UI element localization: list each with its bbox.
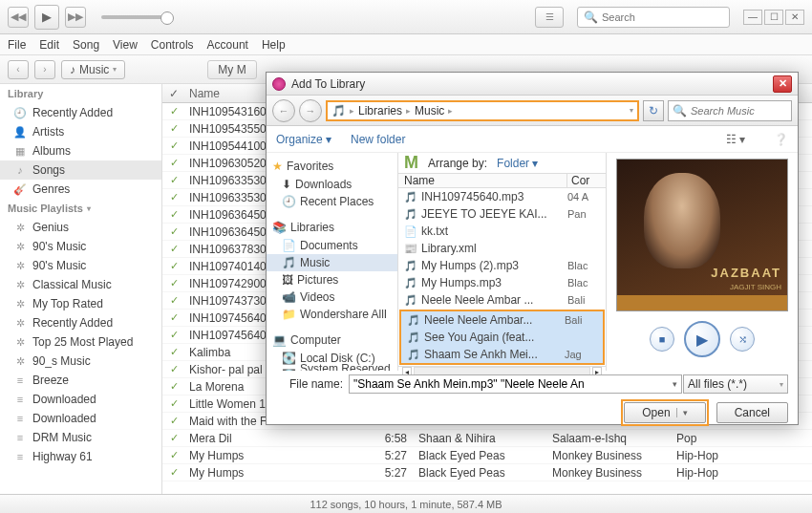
check-icon[interactable]: ✓ — [162, 329, 185, 341]
preview-stop-button[interactable]: ■ — [650, 327, 674, 352]
dialog-close-button[interactable]: ✕ — [773, 75, 792, 93]
sidebar-playlist[interactable]: ✲Classical Music — [0, 275, 161, 294]
maximize-button[interactable]: ☐ — [764, 10, 783, 25]
check-icon[interactable]: ✓ — [162, 277, 185, 289]
file-type-filter[interactable]: All files (*.*)▾ — [683, 374, 788, 394]
file-row[interactable]: 🎵Shaam Se Ankh Mei...Jag — [401, 346, 603, 363]
tree-item[interactable]: 🎵Music — [267, 254, 397, 271]
search-input[interactable] — [602, 11, 723, 23]
forward-button[interactable]: › — [34, 60, 55, 79]
tree-item[interactable]: ⬇Downloads — [267, 176, 397, 193]
sidebar-item-songs[interactable]: ♪Songs — [0, 160, 161, 180]
preview-next-button[interactable]: ⤭ — [730, 327, 755, 352]
sidebar-playlist[interactable]: ≡DRM Music — [0, 428, 161, 447]
check-icon[interactable]: ✓ — [162, 363, 185, 375]
file-row[interactable]: 🎵My Humps.mp3Blac — [398, 274, 606, 291]
tab-my-music[interactable]: My M — [207, 60, 256, 79]
tree-item[interactable]: 🖼Pictures — [267, 271, 397, 289]
menu-view[interactable]: View — [113, 38, 138, 52]
dialog-search-field[interactable]: 🔍 — [668, 100, 792, 121]
sidebar-playlist[interactable]: ≡Downloaded — [0, 409, 161, 428]
address-bar[interactable]: 🎵 ▸ Libraries ▸ Music ▸ ▾ — [326, 100, 639, 121]
sidebar-item-recently-added[interactable]: 🕘Recently Added — [0, 103, 161, 122]
check-icon[interactable]: ✓ — [162, 380, 185, 393]
song-row[interactable]: ✓Mera Dil6:58Shaan & NihiraSalaam-e-Ishq… — [162, 430, 812, 447]
sidebar-playlist[interactable]: ✲My Top Rated — [0, 294, 161, 313]
minimize-button[interactable]: — — [743, 10, 762, 25]
sidebar-playlist[interactable]: ✲Recently Added — [0, 313, 161, 332]
file-row[interactable]: 🎵INH109745640.mp304 A — [398, 188, 606, 205]
breadcrumb-libraries[interactable]: Libraries — [358, 104, 402, 118]
check-icon[interactable]: ✓ — [162, 139, 185, 152]
check-icon[interactable]: ✓ — [162, 346, 185, 358]
search-field[interactable]: 🔍 — [577, 7, 730, 28]
check-icon[interactable]: ✓ — [162, 105, 185, 118]
tree-item[interactable]: 📁Wondershare AllI — [267, 306, 397, 323]
sidebar-item-genres[interactable]: 🎸Genres — [0, 180, 161, 199]
chevron-down-icon[interactable]: ▾ — [673, 379, 677, 389]
tree-item[interactable]: 📄Documents — [267, 237, 397, 254]
refresh-button[interactable]: ↻ — [643, 100, 664, 121]
libraries-group[interactable]: 📚Libraries — [267, 218, 397, 237]
check-icon[interactable]: ✓ — [162, 122, 185, 135]
menu-edit[interactable]: Edit — [39, 38, 59, 52]
sidebar-item-albums[interactable]: ▦Albums — [0, 141, 161, 160]
favorites-group[interactable]: ★Favorites — [267, 157, 397, 176]
dialog-forward-button[interactable]: → — [299, 99, 322, 122]
check-icon[interactable]: ✓ — [162, 191, 185, 203]
open-button[interactable]: Open▾ — [624, 402, 705, 423]
tree-item[interactable]: 💽System Reserved ( — [267, 367, 397, 371]
computer-group[interactable]: 💻Computer — [267, 331, 397, 350]
check-icon[interactable]: ✓ — [162, 294, 185, 307]
file-row[interactable]: 🎵My Humps (2).mp3Blac — [398, 257, 606, 274]
filename-input[interactable] — [349, 374, 682, 394]
view-icons-button[interactable]: ☷ ▾ — [726, 133, 745, 146]
help-button[interactable]: ❔ — [774, 133, 788, 146]
file-row[interactable]: 🎵Neele Neele Ambar ...Bali — [398, 291, 606, 309]
file-row[interactable]: 🎵Neele Neele Ambar...Bali — [401, 311, 603, 329]
check-icon[interactable]: ✓ — [162, 174, 185, 186]
check-icon[interactable]: ✓ — [162, 157, 185, 169]
sidebar-playlist[interactable]: ✲90's Music — [0, 256, 161, 275]
check-icon[interactable]: ✓ — [162, 466, 185, 479]
media-type-dropdown[interactable]: ♪ Music ▾ — [61, 60, 125, 79]
menu-controls[interactable]: Controls — [151, 38, 194, 52]
tree-item[interactable]: 📹Videos — [267, 289, 397, 306]
file-name-header[interactable]: Name — [398, 174, 567, 187]
organize-menu[interactable]: Organize ▾ — [276, 133, 331, 146]
menu-help[interactable]: Help — [262, 38, 286, 52]
file-row[interactable]: 🎵JEEYE TO JEEYE KAI...Pan — [398, 205, 606, 223]
check-icon[interactable]: ✓ — [162, 432, 185, 444]
back-button[interactable]: ‹ — [8, 60, 29, 79]
chevron-down-icon[interactable]: ▾ — [630, 106, 633, 115]
check-icon[interactable]: ✓ — [162, 225, 185, 238]
check-icon[interactable]: ✓ — [162, 311, 185, 324]
sidebar-playlist[interactable]: ✲Genius — [0, 218, 161, 237]
cancel-button[interactable]: Cancel — [716, 402, 788, 423]
list-view-button[interactable]: ☰ — [535, 7, 564, 28]
song-row[interactable]: ✓My Humps5:27Black Eyed PeasMonkey Busin… — [162, 464, 812, 481]
arrange-by-dropdown[interactable]: Folder ▾ — [497, 157, 538, 170]
playlists-header[interactable]: Music Playlists▾ — [0, 199, 161, 218]
check-icon[interactable]: ✓ — [162, 449, 185, 461]
file-row[interactable]: 🎵See You Again (feat... — [401, 329, 603, 346]
check-icon[interactable]: ✓ — [162, 243, 185, 255]
song-row[interactable]: ✓My Humps5:27Black Eyed PeasMonkey Busin… — [162, 447, 812, 464]
check-icon[interactable]: ✓ — [162, 208, 185, 221]
sidebar-playlist[interactable]: ✲90's Music — [0, 237, 161, 256]
preview-play-button[interactable]: ▶ — [684, 321, 720, 357]
check-icon[interactable]: ✓ — [162, 415, 185, 427]
next-button[interactable]: ▶▶ — [65, 7, 86, 28]
file-col2-header[interactable]: Cor — [567, 174, 606, 187]
breadcrumb-music[interactable]: Music — [415, 104, 444, 118]
sidebar-playlist[interactable]: ≡Breeze — [0, 371, 161, 390]
volume-slider[interactable] — [101, 15, 168, 19]
sidebar-playlist[interactable]: ≡Highway 61 — [0, 447, 161, 466]
check-column-header[interactable]: ✓ — [162, 87, 185, 100]
dialog-back-button[interactable]: ← — [272, 99, 295, 122]
tree-item[interactable]: 🕘Recent Places — [267, 193, 397, 210]
menu-account[interactable]: Account — [207, 38, 248, 52]
menu-file[interactable]: File — [8, 38, 26, 52]
close-button[interactable]: ✕ — [785, 10, 804, 25]
file-row[interactable]: 📄kk.txt — [398, 223, 606, 240]
